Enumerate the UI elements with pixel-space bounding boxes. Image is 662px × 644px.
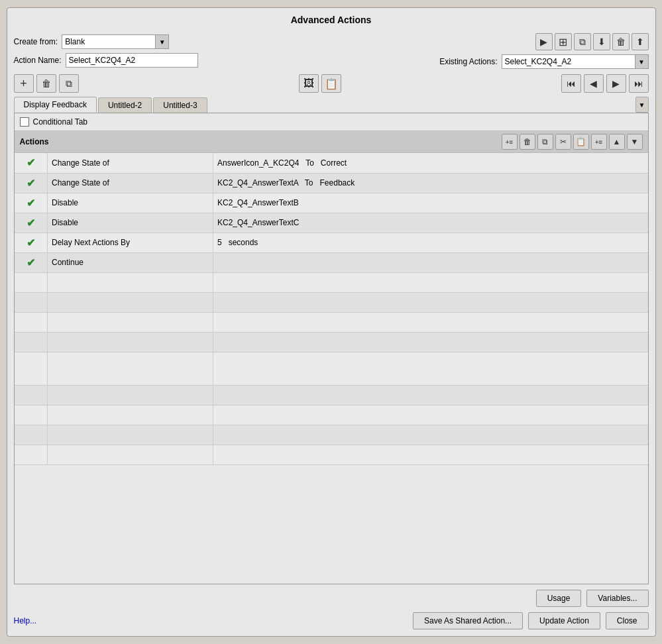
action-paste-button[interactable]: 📋 bbox=[573, 134, 589, 150]
conditional-label: Conditional Tab bbox=[33, 117, 88, 127]
advanced-actions-window: Advanced Actions Create from: ▼ Action N… bbox=[7, 7, 656, 637]
save-as-shared-button[interactable]: Save As Shared Action... bbox=[413, 612, 523, 629]
existing-actions-arrow[interactable]: ▼ bbox=[635, 55, 648, 68]
action-indent-button[interactable]: +≡ bbox=[591, 134, 607, 150]
row-checkmark: ✔ bbox=[27, 257, 35, 268]
create-from-dropdown[interactable]: ▼ bbox=[62, 34, 169, 49]
table-row[interactable]: ✔ Disable KC2_Q4_AnswerTextB bbox=[15, 193, 648, 213]
variables-button[interactable]: Variables... bbox=[586, 590, 648, 607]
action-name-input[interactable] bbox=[66, 53, 198, 68]
table-row[interactable] bbox=[15, 385, 648, 405]
main-panel: Conditional Tab Actions +≡ 🗑 ⧉ ✂ 📋 +≡ ▲ … bbox=[14, 113, 649, 584]
copy-tab-button[interactable]: ⧉ bbox=[59, 74, 79, 93]
existing-actions-row: Existing Actions: ▼ bbox=[439, 54, 648, 69]
table-row[interactable]: ✔ Disable KC2_Q4_AnswerTextC bbox=[15, 213, 648, 233]
table-row[interactable] bbox=[15, 312, 648, 332]
usage-row: Usage Variables... bbox=[14, 590, 649, 607]
update-action-button[interactable]: Update Action bbox=[528, 612, 600, 629]
table-row[interactable]: ✔ Delay Next Actions By 5 seconds bbox=[15, 233, 648, 252]
row-checkmark: ✔ bbox=[27, 217, 35, 229]
import-button[interactable]: ⬇ bbox=[593, 33, 610, 50]
row-action: Change State of bbox=[48, 153, 213, 173]
tab-untitled-3[interactable]: Untitled-3 bbox=[153, 97, 207, 113]
export-button[interactable]: ⬆ bbox=[632, 33, 649, 50]
add-tab-button[interactable]: + bbox=[14, 74, 34, 93]
row-checkmark: ✔ bbox=[27, 178, 35, 189]
actions-table-container: ✔ Change State of AnswerIcon_A_KC2Q4 To … bbox=[15, 153, 648, 584]
table-row[interactable] bbox=[15, 352, 648, 385]
row-target bbox=[213, 252, 648, 272]
table-row[interactable]: ✔ Change State of AnswerIcon_A_KC2Q4 To … bbox=[15, 153, 648, 173]
action-delete-button[interactable]: 🗑 bbox=[520, 134, 535, 150]
create-from-label: Create from: bbox=[14, 37, 58, 46]
table-row[interactable] bbox=[15, 445, 648, 464]
delete-tab-button[interactable]: 🗑 bbox=[36, 74, 56, 93]
row-action: Continue bbox=[48, 252, 213, 272]
actions-header: Actions +≡ 🗑 ⧉ ✂ 📋 +≡ ▲ ▼ bbox=[15, 131, 648, 153]
row-target: 5 seconds bbox=[213, 233, 648, 252]
actions-section-label: Actions bbox=[20, 137, 49, 146]
top-icon-toolbar: ▶ ⊞ ⧉ ⬇ 🗑 ⬆ bbox=[535, 33, 649, 50]
table-row[interactable]: ✔ Continue bbox=[15, 252, 648, 272]
help-link[interactable]: Help... bbox=[14, 616, 37, 625]
row-target: KC2_Q4_AnswerTextC bbox=[213, 213, 648, 233]
conditional-checkbox[interactable] bbox=[20, 117, 29, 127]
action-down-button[interactable]: ▼ bbox=[627, 134, 643, 150]
usage-button[interactable]: Usage bbox=[536, 590, 582, 607]
row-checkmark: ✔ bbox=[27, 157, 35, 168]
action-name-row: Action Name: bbox=[14, 53, 198, 68]
create-from-row: Create from: ▼ bbox=[14, 34, 198, 49]
row-action: Disable bbox=[48, 213, 213, 233]
nav-first-button[interactable]: ⏮ bbox=[561, 74, 581, 93]
table-row[interactable] bbox=[15, 405, 648, 425]
table-row[interactable]: ✔ Change State of KC2_Q4_AnswerTextA To … bbox=[15, 173, 648, 193]
table-row[interactable] bbox=[15, 272, 648, 292]
help-row: Help... Save As Shared Action... Update … bbox=[14, 612, 649, 629]
row-target: KC2_Q4_AnswerTextB bbox=[213, 193, 648, 213]
existing-actions-dropdown[interactable]: ▼ bbox=[502, 54, 649, 69]
action-name-label: Action Name: bbox=[14, 56, 62, 65]
existing-actions-input[interactable] bbox=[502, 56, 635, 68]
top-left: Create from: ▼ Action Name: bbox=[14, 34, 198, 68]
row-action: Disable bbox=[48, 193, 213, 213]
action-cut-button[interactable]: ✂ bbox=[555, 134, 571, 150]
row-action: Delay Next Actions By bbox=[48, 233, 213, 252]
nav-next-button[interactable]: ▶ bbox=[606, 74, 626, 93]
nav-prev-button[interactable]: ◀ bbox=[584, 74, 604, 93]
row-target: KC2_Q4_AnswerTextA To Feedback bbox=[213, 173, 648, 193]
row-action: Change State of bbox=[48, 173, 213, 193]
conditional-row: Conditional Tab bbox=[15, 113, 648, 131]
row-target: AnswerIcon_A_KC2Q4 To Correct bbox=[213, 153, 648, 173]
action-add-button[interactable]: +≡ bbox=[502, 134, 518, 150]
actions-table: ✔ Change State of AnswerIcon_A_KC2Q4 To … bbox=[15, 153, 648, 465]
window-title: Advanced Actions bbox=[14, 15, 649, 25]
toolbar-left: + 🗑 ⧉ bbox=[14, 74, 79, 93]
top-right: ▶ ⊞ ⧉ ⬇ 🗑 ⬆ Existing Actions: ▼ bbox=[439, 33, 648, 69]
bottom-buttons: Save As Shared Action... Update Action C… bbox=[413, 612, 649, 629]
table-row[interactable] bbox=[15, 425, 648, 445]
add-new-button[interactable]: ⊞ bbox=[555, 33, 572, 50]
image-button[interactable]: 🖼 bbox=[299, 74, 319, 93]
row-checkmark: ✔ bbox=[27, 237, 35, 248]
action-copy-button[interactable]: ⧉ bbox=[537, 134, 553, 150]
clipboard-button[interactable]: 📋 bbox=[321, 74, 341, 93]
action-up-button[interactable]: ▲ bbox=[609, 134, 625, 150]
create-from-arrow[interactable]: ▼ bbox=[155, 35, 168, 48]
row-checkmark: ✔ bbox=[27, 197, 35, 209]
tabs-dropdown-button[interactable]: ▼ bbox=[635, 97, 649, 113]
close-button[interactable]: Close bbox=[606, 612, 649, 629]
tabs-row: Display Feedback Untitled-2 Untitled-3 ▼ bbox=[14, 97, 649, 113]
toolbar-right: ⏮ ◀ ▶ ⏭ bbox=[561, 74, 649, 93]
existing-actions-label: Existing Actions: bbox=[439, 57, 497, 66]
copy-button[interactable]: ⧉ bbox=[574, 33, 591, 50]
toolbar-mid: 🖼 📋 bbox=[299, 74, 341, 93]
create-from-input[interactable] bbox=[62, 36, 155, 48]
play-button[interactable]: ▶ bbox=[535, 33, 553, 50]
nav-last-button[interactable]: ⏭ bbox=[629, 74, 649, 93]
table-row[interactable] bbox=[15, 292, 648, 312]
tab-untitled-2[interactable]: Untitled-2 bbox=[98, 97, 152, 113]
tab-display-feedback[interactable]: Display Feedback bbox=[14, 97, 97, 113]
table-row[interactable] bbox=[15, 332, 648, 352]
trash-button[interactable]: 🗑 bbox=[612, 33, 630, 50]
toolbar-row: + 🗑 ⧉ 🖼 📋 ⏮ ◀ ▶ ⏭ bbox=[14, 74, 649, 93]
